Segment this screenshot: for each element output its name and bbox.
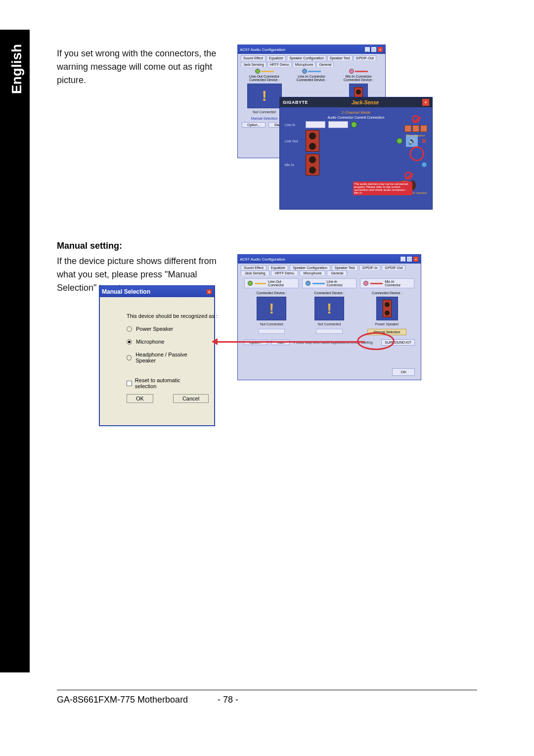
x-icon[interactable]: ✕ [421, 137, 427, 145]
pin-green-icon [397, 138, 402, 144]
line-out-hdr: Line-Out Connector [268, 280, 295, 287]
minimize-icon[interactable]: _ [400, 256, 406, 262]
highlight-circle [409, 146, 424, 161]
minimize-icon[interactable]: _ [364, 46, 370, 52]
exclamation-icon: ! [327, 300, 332, 317]
tab-sound-effect[interactable]: Sound Effect [241, 55, 266, 60]
tab-general[interactable]: General [316, 62, 334, 67]
ok-button-2[interactable]: OK [392, 368, 415, 376]
ac97-titlebar-top: AC97 Audio Configuration _ □ × [238, 45, 385, 54]
tab-row-top2: Jack Sensing HRTF Demo Microphone Genera… [238, 60, 385, 67]
ok-button[interactable]: OK [127, 394, 153, 403]
linein-row-label: Line In [285, 123, 303, 127]
connected-device-label-1: Connected Device : [249, 78, 279, 82]
close-icon[interactable]: × [413, 256, 419, 262]
tab-general-2[interactable]: General [327, 270, 347, 275]
prohibit-icon [404, 172, 412, 179]
status-3: Power Speaker [375, 322, 399, 326]
exclamation-icon: ! [262, 88, 267, 104]
maximize-icon[interactable]: □ [371, 46, 377, 52]
not-connected-1: Not Connected [253, 110, 276, 114]
maximize-icon[interactable]: □ [406, 256, 412, 262]
manual-selection-title: Manual Selection [102, 288, 150, 295]
red-arrow [217, 341, 365, 343]
rear-speaker-label: Rear Speaker [406, 134, 425, 137]
connected-device-label-2: Connected Device : [296, 78, 326, 82]
speaker-glyph-icon: 🔊 [408, 137, 416, 145]
reset-auto-checkbox[interactable]: Reset to automatic selection [127, 377, 202, 389]
close-icon[interactable]: × [206, 289, 212, 295]
tab-equalizer-2[interactable]: Equalizer [268, 265, 288, 270]
tab-microphone[interactable]: Microphone [293, 62, 316, 67]
tab-speaker-config[interactable]: Speaker Configuration [287, 55, 326, 60]
ac97-title-text: AC97 Audio Configuration [240, 47, 285, 52]
tab-equalizer[interactable]: Equalizer [267, 55, 286, 60]
connected-device-label-3: Connected Device : [344, 78, 374, 82]
highlight-oval [357, 332, 395, 350]
radio-headphone[interactable]: Headphone / Passive Speaker [127, 352, 202, 363]
radio-power-speaker[interactable]: Power Speaker [127, 326, 202, 332]
jacksense-window: GIGABYTE Jack-Sense × 2 Channel Mode Aud… [279, 97, 433, 210]
slot-2 [316, 329, 343, 334]
tab-spdif-out-2[interactable]: S/PDIF-Out [382, 265, 405, 270]
speaker-icon [306, 154, 319, 176]
tab-jack-sensing-2[interactable]: Jack Sensing [241, 270, 269, 275]
jacksense-title: Jack-Sense [352, 100, 379, 105]
exclamation-icon: ! [269, 300, 274, 317]
cd-label-1: Connected Device : [257, 291, 287, 295]
footer-page-number: - 78 - [218, 695, 238, 705]
cd-label-2: Connected Device : [314, 291, 344, 295]
pin-green-icon [351, 122, 357, 128]
tab-speaker-test[interactable]: Speaker Test [327, 55, 353, 60]
footer-divider [57, 690, 477, 690]
warning-message: The audio devices may not be connected p… [353, 181, 412, 195]
tab-hrtf-2[interactable]: HRTF Demo [271, 270, 298, 275]
language-band [0, 30, 30, 672]
cancel-button[interactable]: Cancel [173, 394, 209, 403]
tab-spdif-out[interactable]: S/PDIF-Out [354, 55, 376, 60]
status-1: Not Connected [260, 322, 283, 326]
ac97-titlebar-bottom: AC97 Audio Configuration _ □ × [238, 255, 421, 264]
warning-screenshot: AC97 Audio Configuration _ □ × Sound Eff… [237, 44, 435, 210]
mini-speaker-icons [404, 125, 427, 132]
gigabyte-logo: GIGABYTE [283, 100, 308, 105]
option-button-top[interactable]: Option... [242, 122, 266, 128]
prohibit-icon [412, 115, 420, 123]
micin-row-label: Mic In [285, 163, 303, 167]
manual-prompt: This device should be recognized as : [127, 313, 202, 319]
close-icon[interactable]: × [377, 46, 383, 52]
ac97-title-text-2: AC97 Audio Configuration [240, 257, 285, 262]
footer-product: GA-8S661FXM-775 Motherboard [57, 695, 188, 705]
manual-setting-heading: Manual setting: [57, 241, 122, 251]
tab-hrtf[interactable]: HRTF Demo [267, 62, 292, 67]
ac97-window-bottom: AC97 Audio Configuration _ □ × Sound Eff… [237, 254, 421, 380]
line-in-label: Line-In Connector [298, 75, 325, 78]
line-in-hdr: Line-In Connector [327, 280, 353, 287]
radio-microphone[interactable]: Microphone [127, 339, 202, 345]
tab-speaker-config-2[interactable]: Speaker Configuration [290, 265, 330, 270]
language-label: English [9, 44, 25, 94]
pin-blue-icon [421, 162, 427, 168]
cd-label-3: Connected Device : [372, 291, 402, 295]
tab-spdif-in-2[interactable]: S/PDIF-In [359, 265, 381, 270]
speaker-icon [383, 300, 392, 317]
tab-jack-sensing[interactable]: Jack Sensing [241, 62, 267, 67]
slot-1 [258, 329, 285, 334]
intro-paragraph: If you set wrong with the connectors, th… [57, 47, 230, 87]
tab-microphone-2[interactable]: Microphone [300, 270, 326, 275]
line-out-label: Line-Out Connector [249, 75, 279, 78]
tab-speaker-test-2[interactable]: Speaker Test [332, 265, 358, 270]
mic-in-label: Mic-In Connector [346, 75, 372, 78]
manual-selection-dialog: Manual Selection × This device should be… [99, 285, 215, 426]
mic-in-hdr: Mic-In Connector [385, 280, 411, 287]
jacksense-titlebar: GIGABYTE Jack-Sense × [280, 97, 432, 107]
channel-mode-label: 2 Channel Mode [285, 110, 427, 115]
tab-sound-effect-2[interactable]: Sound Effect [241, 265, 267, 270]
manual-selection-link-1[interactable]: Manual Selection [251, 117, 278, 120]
status-2: Not Connected [318, 322, 341, 326]
tab-row-top1: Sound Effect Equalizer Speaker Configura… [238, 54, 385, 60]
lineout-row-label: Line Out [285, 139, 303, 143]
speaker-icon [306, 130, 319, 152]
close-icon[interactable]: × [422, 99, 429, 106]
manual-selection-titlebar: Manual Selection × [100, 286, 214, 297]
